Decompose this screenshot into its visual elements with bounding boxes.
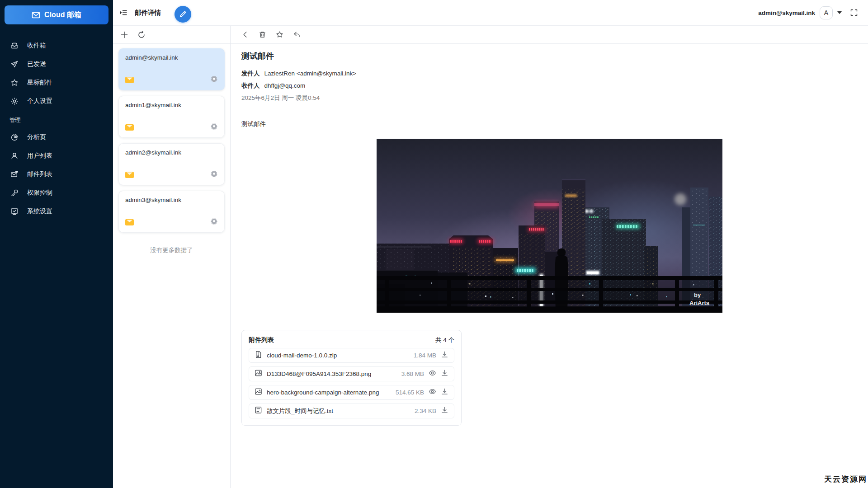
mail-from-line: 发件人LaziestRen <admin@skymail.ink> [241,67,857,80]
download-icon[interactable] [441,388,448,397]
account-settings-gear-icon[interactable] [210,170,218,179]
preview-eye-icon[interactable] [429,388,436,397]
system-settings-icon [10,207,19,216]
page-title: 邮件详情 [135,9,161,17]
sidebar-item-label: 权限控制 [27,189,52,197]
image-file-icon [255,388,262,397]
sidebar-item-system-settings[interactable]: 系统设置 [0,202,113,221]
sidebar-item-mail-list[interactable]: 邮件列表 [0,165,113,183]
to-value: dhffgj@qq.com [264,82,306,89]
sidebar-item-inbox[interactable]: 收件箱 [0,36,113,55]
mail-body-image: by AriArts [377,139,722,313]
reply-icon[interactable] [293,31,301,38]
attachment-size: 2.34 KB [415,408,436,414]
envelope-icon [125,219,134,225]
back-icon[interactable] [241,31,249,38]
logo-button[interactable]: Cloud 邮箱 [5,5,108,24]
to-label: 收件人 [241,82,260,89]
account-card[interactable]: admin1@skymail.ink [118,96,225,138]
account-settings-gear-icon[interactable] [210,122,218,132]
account-card[interactable]: admin@skymail.ink [118,48,225,90]
mail-subject: 测试邮件 [241,51,857,61]
chevron-down-icon[interactable] [837,11,842,14]
attachment-name: hero-background-campaign-alternate.png [267,389,391,396]
sidebar-item-label: 已发送 [27,60,46,68]
mail-detail-panel: 测试邮件 发件人LaziestRen <admin@skymail.ink> 收… [231,26,868,488]
pencil-icon [179,10,187,18]
attachment-list-title: 附件列表 [249,336,274,344]
account-settings-gear-icon[interactable] [210,217,218,227]
attachment-name: D133D468@F095A914.353F2368.png [267,371,397,377]
attachment-count: 共 4 个 [435,336,454,344]
sidebar-item-label: 邮件列表 [27,170,52,178]
attachment-row[interactable]: hero-background-campaign-alternate.png 5… [249,385,454,400]
download-icon[interactable] [441,369,448,379]
star-icon[interactable] [276,31,283,38]
attachment-row[interactable]: D133D468@F095A914.353F2368.png 3.68 MB [249,366,454,381]
attachment-size: 3.68 MB [401,371,424,377]
account-settings-gear-icon[interactable] [210,75,218,84]
sidebar-item-analytics[interactable]: 分析页 [0,128,113,146]
divider [241,110,857,110]
gear-icon [10,97,19,105]
account-card-email: admin2@skymail.ink [125,149,218,156]
collapse-sidebar-icon[interactable] [118,8,128,18]
attachment-size: 1.84 MB [414,352,436,359]
preview-eye-icon[interactable] [429,369,436,379]
sidebar-item-personal-settings[interactable]: 个人设置 [0,92,113,110]
sidebar-item-user-list[interactable]: 用户列表 [0,146,113,165]
image-credit-artist: AriArts [689,300,709,306]
trash-icon[interactable] [259,31,266,38]
account-card-email: admin1@skymail.ink [125,102,218,108]
app-root: Cloud 邮箱 收件箱 已发送 星标邮件 个人设置 管理 分析页 [0,0,868,488]
avatar-letter: A [824,9,828,16]
top-header: 邮件详情 admin@skymail.ink A [113,0,868,26]
attachment-name: cloud-mail-demo-1.0.0.zip [267,352,409,359]
users-icon [10,152,19,160]
sidebar-item-permissions[interactable]: 权限控制 [0,183,113,202]
logo-label: Cloud 邮箱 [44,10,81,20]
attachment-size: 514.65 KB [396,389,424,396]
envelope-icon [125,77,134,83]
mail-detail-toolbar [231,26,868,44]
attachment-row[interactable]: 散文片段_时间与记忆.txt 2.34 KB [249,404,454,418]
attachment-name: 散文片段_时间与记忆.txt [267,407,410,415]
mail-list-panel: admin@skymail.ink admin1@skymail.ink [113,26,231,488]
download-icon[interactable] [441,351,448,360]
account-card-email: admin@skymail.ink [125,54,218,61]
add-account-icon[interactable] [120,31,128,39]
sidebar-item-label: 星标邮件 [27,79,52,87]
account-email[interactable]: admin@skymail.ink [758,9,815,16]
from-value: LaziestRen <admin@skymail.ink> [264,70,357,77]
inbox-icon [10,42,19,50]
compose-button[interactable] [175,6,191,23]
account-card[interactable]: admin3@skymail.ink [118,191,225,233]
account-card[interactable]: admin2@skymail.ink [118,143,225,185]
pie-chart-icon [10,133,19,141]
fullscreen-icon[interactable] [849,8,859,18]
star-icon [10,79,19,87]
from-label: 发件人 [241,70,260,77]
send-icon [10,60,19,68]
mail-list-toolbar [113,26,230,44]
download-icon[interactable] [441,406,448,416]
mail-detail-body: 测试邮件 发件人LaziestRen <admin@skymail.ink> 收… [231,44,868,436]
mail-list-icon [10,170,19,178]
sidebar-item-label: 系统设置 [27,207,52,216]
sidebar-section-admin: 管理 [0,110,113,128]
sidebar-item-starred[interactable]: 星标邮件 [0,73,113,92]
mail-to-line: 收件人dhffgj@qq.com [241,80,857,92]
zip-file-icon [255,351,262,360]
refresh-icon[interactable] [137,31,146,39]
account-card-email: admin3@skymail.ink [125,197,218,203]
sidebar-nav: 收件箱 已发送 星标邮件 个人设置 管理 分析页 用户列表 [0,29,113,221]
account-list: admin@skymail.ink admin1@skymail.ink [113,44,230,263]
key-icon [10,189,19,197]
avatar[interactable]: A [820,6,833,19]
sidebar-item-sent[interactable]: 已发送 [0,55,113,73]
envelope-icon [125,172,134,178]
site-watermark: 天云资源网 [824,474,867,484]
account-area: admin@skymail.ink A [758,6,859,19]
sidebar-item-label: 分析页 [27,133,46,141]
attachment-row[interactable]: cloud-mail-demo-1.0.0.zip 1.84 MB [249,348,454,363]
